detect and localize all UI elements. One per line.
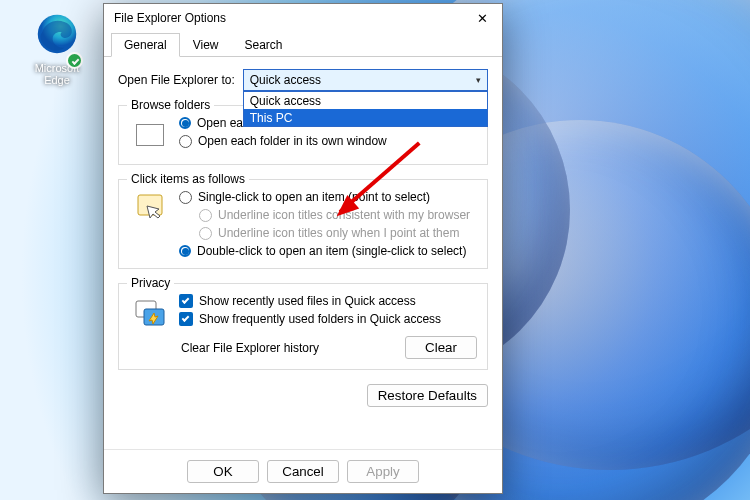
click-items-group: Click items as follows Single-click to o… <box>118 179 488 269</box>
restore-defaults-button[interactable]: Restore Defaults <box>367 384 488 407</box>
titlebar: File Explorer Options ✕ <box>104 4 502 32</box>
ok-button[interactable]: OK <box>187 460 259 483</box>
dialog-button-bar: OK Cancel Apply <box>104 449 502 493</box>
open-explorer-label: Open File Explorer to: <box>118 73 235 87</box>
tab-view[interactable]: View <box>180 33 232 57</box>
cancel-button[interactable]: Cancel <box>267 460 339 483</box>
folder-window-icon <box>131 116 169 154</box>
apply-button[interactable]: Apply <box>347 460 419 483</box>
radio-own-window[interactable]: Open each folder in its own window <box>179 134 477 148</box>
combo-selected-value: Quick access <box>250 73 321 87</box>
radio-icon <box>179 135 192 148</box>
checkmark-badge <box>66 52 83 69</box>
chevron-down-icon: ▾ <box>476 75 481 85</box>
radio-single-click[interactable]: Single-click to open an item (point to s… <box>179 190 477 204</box>
radio-icon <box>179 191 192 204</box>
radio-icon <box>199 227 212 240</box>
radio-underline-point: Underline icon titles only when I point … <box>179 226 477 240</box>
check-recent-files[interactable]: Show recently used files in Quick access <box>179 294 477 308</box>
clear-button[interactable]: Clear <box>405 336 477 359</box>
radio-double-click[interactable]: Double-click to open an item (single-cli… <box>179 244 477 258</box>
window-title: File Explorer Options <box>114 11 462 25</box>
check-frequent-folders[interactable]: Show frequently used folders in Quick ac… <box>179 312 477 326</box>
radio-icon <box>179 117 191 129</box>
clear-history-label: Clear File Explorer history <box>181 341 319 355</box>
radio-icon <box>199 209 212 222</box>
radio-icon <box>179 245 191 257</box>
tab-search[interactable]: Search <box>232 33 296 57</box>
tab-panel-general: Open File Explorer to: Quick access ▾ Qu… <box>104 57 502 449</box>
tab-general[interactable]: General <box>111 33 180 57</box>
checkbox-icon <box>179 294 193 308</box>
combo-option-this-pc[interactable]: This PC <box>244 109 487 126</box>
edge-icon <box>35 12 79 56</box>
radio-underline-browser: Underline icon titles consistent with my… <box>179 208 477 222</box>
combo-dropdown-list: Quick access This PC <box>243 91 488 127</box>
checkbox-icon <box>179 312 193 326</box>
privacy-group: Privacy Show recently used files in Quic… <box>118 283 488 370</box>
click-items-title: Click items as follows <box>127 172 249 186</box>
combo-option-quick-access[interactable]: Quick access <box>244 92 487 109</box>
privacy-icon <box>131 294 169 332</box>
desktop-icon-edge[interactable]: Microsoft Edge <box>22 12 92 86</box>
desktop-icon-label: Microsoft Edge <box>22 62 92 86</box>
file-explorer-options-dialog: File Explorer Options ✕ General View Sea… <box>103 3 503 494</box>
close-button[interactable]: ✕ <box>462 4 502 32</box>
privacy-title: Privacy <box>127 276 174 290</box>
close-icon: ✕ <box>477 11 488 26</box>
tab-bar: General View Search <box>104 32 502 57</box>
browse-folders-title: Browse folders <box>127 98 214 112</box>
click-cursor-icon <box>131 190 169 228</box>
open-explorer-combo[interactable]: Quick access ▾ Quick access This PC <box>243 69 488 91</box>
